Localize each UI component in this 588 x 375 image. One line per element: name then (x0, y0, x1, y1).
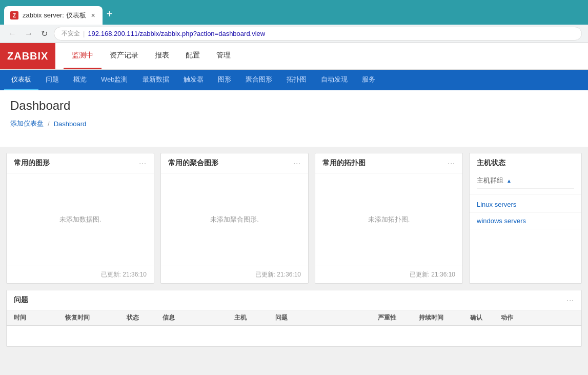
page-content: Dashboard 添加仪表盘 / Dashboard (0, 90, 588, 147)
sort-icon[interactable]: ▲ (506, 178, 512, 184)
host-status-title: 主机状态 (477, 159, 574, 168)
aggregate-widget-body: 未添加聚合图形. (161, 173, 308, 266)
top-menu-item-config[interactable]: 配置 (177, 43, 208, 69)
sub-nav-item-topology[interactable]: 拓扑图 (279, 70, 314, 90)
graphs-updated-label: 已更新: (101, 271, 121, 278)
host-group-linux[interactable]: Linux servers (470, 196, 581, 213)
graphs-widget-title: 常用的图形 (14, 159, 50, 168)
aggregate-widget-header: 常用的聚合图形 ··· (161, 153, 308, 173)
problems-row: 问题 ··· 时间 恢复时间 状态 信息 主机 问题 严重性 持续时间 确认 动… (0, 290, 588, 353)
page-title: Dashboard (10, 98, 578, 113)
breadcrumb-add-link[interactable]: 添加仪表盘 (10, 119, 44, 128)
col-status: 状态 (127, 313, 163, 322)
topology-widget-header: 常用的拓扑图 ··· (315, 153, 462, 173)
sub-nav: 仪表板 问题 概览 Web监测 最新数据 触发器 图形 聚合图形 拓扑图 自动发… (0, 70, 588, 90)
problems-widget-title: 问题 (14, 295, 28, 305)
col-recovery: 恢复时间 (65, 313, 127, 322)
col-info: 信息 (163, 313, 234, 322)
sub-nav-item-problems[interactable]: 问题 (38, 70, 66, 90)
aggregate-widget-empty-msg: 未添加聚合图形. (210, 215, 259, 224)
reload-button[interactable]: ↻ (39, 27, 50, 41)
forward-button[interactable]: → (23, 27, 35, 41)
address-bar: ← → ↻ 不安全 | 192.168.200.111/zabbix/zabbi… (0, 25, 588, 43)
graphs-widget-empty-msg: 未添加数据图. (59, 215, 102, 224)
breadcrumb-current: Dashboard (54, 120, 87, 128)
app: ZABBIX 监测中 资产记录 报表 配置 管理 仪表板 问题 概览 Web监测… (0, 43, 588, 353)
aggregate-widget-title: 常用的聚合图形 (168, 159, 218, 168)
url-bar[interactable]: 不安全 | 192.168.200.111/zabbix/zabbix.php?… (54, 27, 582, 41)
sub-nav-item-graphs[interactable]: 图形 (211, 70, 238, 90)
host-status-header: 主机状态 主机群组 ▲ (470, 153, 581, 194)
sub-nav-item-dashboard[interactable]: 仪表板 (4, 70, 38, 90)
browser-chrome: Z zabbix server: 仪表板 × + (0, 0, 588, 25)
topology-widget-empty-msg: 未添加拓扑图. (368, 215, 410, 224)
sub-nav-item-discovery[interactable]: 自动发现 (314, 70, 355, 90)
problems-widget: 问题 ··· 时间 恢复时间 状态 信息 主机 问题 严重性 持续时间 确认 动… (6, 290, 582, 347)
aggregate-widget-menu-button[interactable]: ··· (293, 159, 301, 167)
sub-nav-item-triggers[interactable]: 触发器 (176, 70, 211, 90)
security-label: 不安全 (62, 29, 80, 38)
aggregate-widget-footer: 已更新: 21:36:10 (161, 266, 308, 283)
tab-favicon: Z (10, 11, 18, 19)
top-menu-item-reports[interactable]: 报表 (147, 43, 177, 69)
graphs-widget: 常用的图形 ··· 未添加数据图. 已更新: 21:36:10 (6, 153, 154, 284)
dashboard-grid: 常用的图形 ··· 未添加数据图. 已更新: 21:36:10 常用的聚合图形 … (0, 147, 588, 290)
top-nav: ZABBIX 监测中 资产记录 报表 配置 管理 (0, 43, 588, 70)
logo: ZABBIX (0, 43, 55, 69)
tab-close-button[interactable]: × (90, 10, 96, 21)
sub-nav-item-latest[interactable]: 最新数据 (135, 70, 176, 90)
top-menu-item-admin[interactable]: 管理 (208, 43, 239, 69)
sub-nav-item-overview[interactable]: 概览 (66, 70, 94, 90)
graphs-widget-header: 常用的图形 ··· (7, 153, 154, 173)
top-menu-item-monitor[interactable]: 监测中 (64, 43, 102, 69)
problems-table-header: 时间 恢复时间 状态 信息 主机 问题 严重性 持续时间 确认 动作 (7, 310, 581, 326)
url-text: 192.168.200.111/zabbix/zabbix.php?action… (88, 30, 265, 37)
col-host: 主机 (234, 313, 275, 322)
tab-title: zabbix server: 仪表板 (23, 11, 86, 20)
breadcrumb-separator: / (48, 120, 50, 128)
topology-updated-time: 21:36:10 (431, 271, 455, 278)
col-duration: 持续时间 (419, 313, 470, 322)
aggregate-widget: 常用的聚合图形 ··· 未添加聚合图形. 已更新: 21:36:10 (160, 153, 309, 284)
sub-nav-item-aggregate[interactable]: 聚合图形 (238, 70, 279, 90)
active-tab[interactable]: Z zabbix server: 仪表板 × (4, 6, 103, 25)
col-time: 时间 (14, 313, 65, 322)
top-menu-item-assets[interactable]: 资产记录 (102, 43, 147, 69)
host-group-list: Linux servers windows servers (470, 194, 581, 231)
topology-widget: 常用的拓扑图 ··· 未添加拓扑图. 已更新: 21:36:10 (315, 153, 463, 284)
col-actions: 动作 (501, 313, 532, 322)
url-separator: | (83, 30, 85, 37)
problems-widget-header: 问题 ··· (7, 290, 581, 310)
host-status-widget: 主机状态 主机群组 ▲ Linux servers windows server… (469, 153, 582, 284)
col-problem: 问题 (275, 313, 378, 322)
sub-nav-item-web[interactable]: Web监测 (94, 70, 135, 90)
problems-widget-menu-button[interactable]: ··· (566, 296, 574, 304)
topology-widget-title: 常用的拓扑图 (322, 159, 366, 168)
topology-widget-menu-button[interactable]: ··· (448, 159, 455, 167)
aggregate-updated-time: 21:36:10 (277, 271, 301, 278)
back-button[interactable]: ← (6, 27, 18, 41)
problems-table-body (7, 326, 581, 346)
graphs-widget-body: 未添加数据图. (7, 173, 154, 266)
graphs-updated-time: 21:36:10 (123, 271, 147, 278)
topology-updated-label: 已更新: (410, 271, 430, 278)
sub-nav-item-services[interactable]: 服务 (355, 70, 382, 90)
host-group-windows[interactable]: windows servers (470, 213, 581, 229)
topology-widget-body: 未添加拓扑图. (315, 173, 462, 266)
host-group-header: 主机群组 ▲ (477, 173, 574, 189)
graphs-widget-footer: 已更新: 21:36:10 (7, 266, 154, 283)
tab-bar: Z zabbix server: 仪表板 × + (4, 0, 116, 25)
host-group-label: 主机群组 (477, 176, 503, 185)
aggregate-updated-label: 已更新: (255, 271, 275, 278)
col-ack: 确认 (470, 313, 501, 322)
breadcrumb: 添加仪表盘 / Dashboard (10, 119, 578, 128)
col-severity: 严重性 (378, 313, 419, 322)
new-tab-button[interactable]: + (103, 8, 117, 20)
graphs-widget-menu-button[interactable]: ··· (139, 159, 147, 167)
top-menu: 监测中 资产记录 报表 配置 管理 (64, 43, 239, 69)
topology-widget-footer: 已更新: 21:36:10 (315, 266, 462, 283)
